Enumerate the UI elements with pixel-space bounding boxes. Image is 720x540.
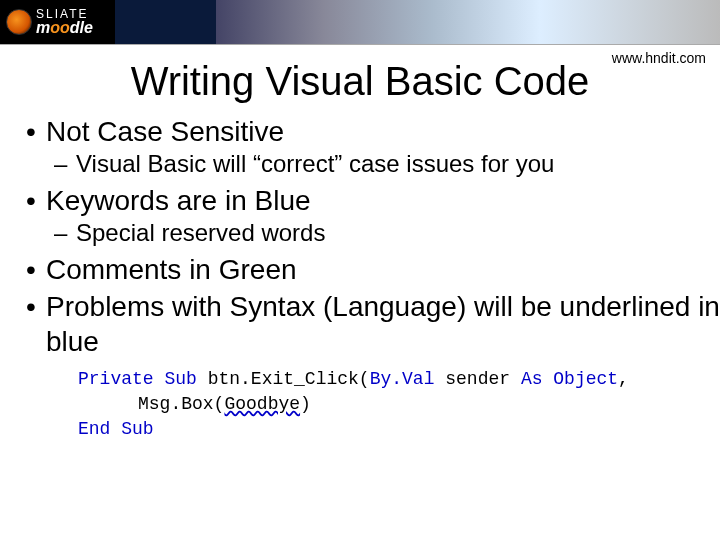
banner-text: SLIATE moodle	[36, 8, 93, 36]
bullet-item: Comments in Green	[20, 252, 720, 287]
bullet-item: Keywords are in Blue Special reserved wo…	[20, 183, 720, 248]
bullet-item: Problems with Syntax (Language) will be …	[20, 289, 720, 359]
bullet-text: Problems with Syntax (Language) will be …	[46, 291, 720, 357]
code-line-1: Private Sub btn.Exit_Click(By.Val sender…	[78, 367, 720, 392]
code-line-3: End Sub	[78, 417, 720, 442]
bullet-text: Keywords are in Blue	[46, 185, 311, 216]
bullet-item: Not Case Sensitive Visual Basic will “co…	[20, 114, 720, 179]
sub-list: Visual Basic will “correct” case issues …	[46, 149, 720, 179]
bullet-list: Not Case Sensitive Visual Basic will “co…	[20, 114, 720, 359]
sub-item: Visual Basic will “correct” case issues …	[46, 149, 720, 179]
sub-list: Special reserved words	[46, 218, 720, 248]
site-url: www.hndit.com	[612, 50, 706, 66]
syntax-error-underline: Goodbye	[224, 394, 300, 414]
code-example: Private Sub btn.Exit_Click(By.Val sender…	[78, 367, 720, 443]
bullet-text: Comments in Green	[46, 254, 297, 285]
banner-logo: SLIATE moodle	[0, 8, 93, 36]
sub-item: Special reserved words	[46, 218, 720, 248]
banner-line2: moodle	[36, 20, 93, 36]
header-banner: SLIATE moodle	[0, 0, 720, 45]
bullet-text: Not Case Sensitive	[46, 116, 284, 147]
code-line-2: Msg.Box(Goodbye)	[78, 392, 720, 417]
moodle-icon	[6, 9, 32, 35]
